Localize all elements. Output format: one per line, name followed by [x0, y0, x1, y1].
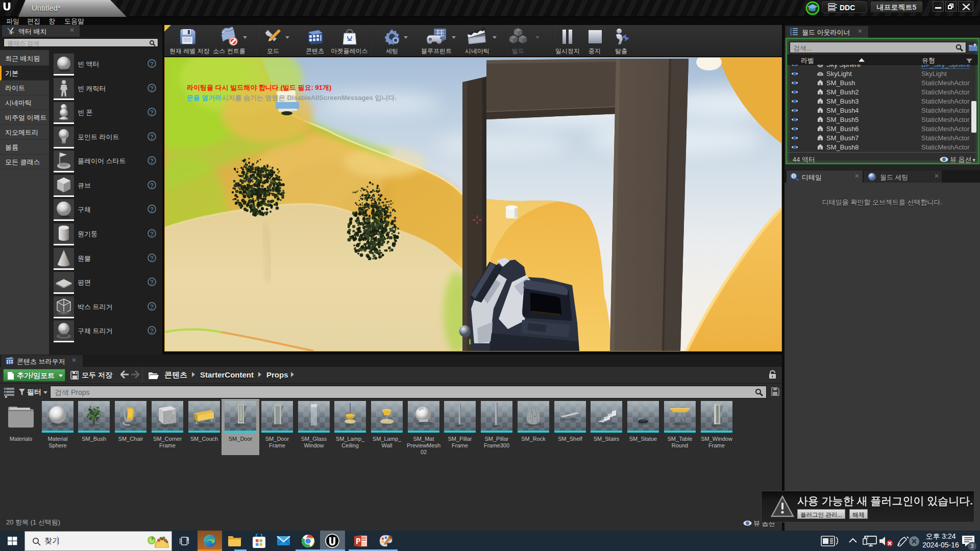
svg-text:문을 열거라시지를 숨기는 명령은 DisableAllSc: 문을 열거라시지를 숨기는 명령은 DisableAllScreenMessag… — [187, 94, 397, 102]
svg-text:라이팅을 다시 빌드해야 합니다 (빌드 필요: 91개): 라이팅을 다시 빌드해야 합니다 (빌드 필요: 91개) — [187, 84, 331, 91]
svg-text:i: i — [793, 174, 794, 179]
